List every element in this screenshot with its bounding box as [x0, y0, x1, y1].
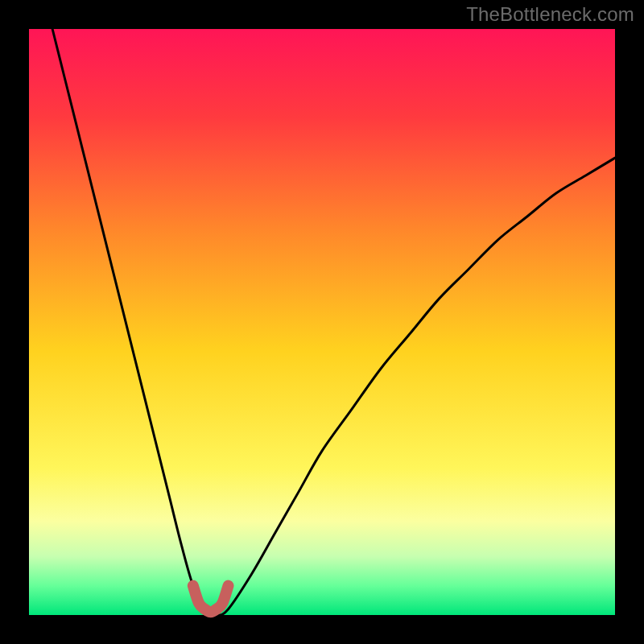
- plot-background: [29, 29, 615, 615]
- chart-frame: TheBottleneck.com: [0, 0, 644, 644]
- bottleneck-chart: [0, 0, 644, 644]
- watermark-text: TheBottleneck.com: [466, 3, 634, 26]
